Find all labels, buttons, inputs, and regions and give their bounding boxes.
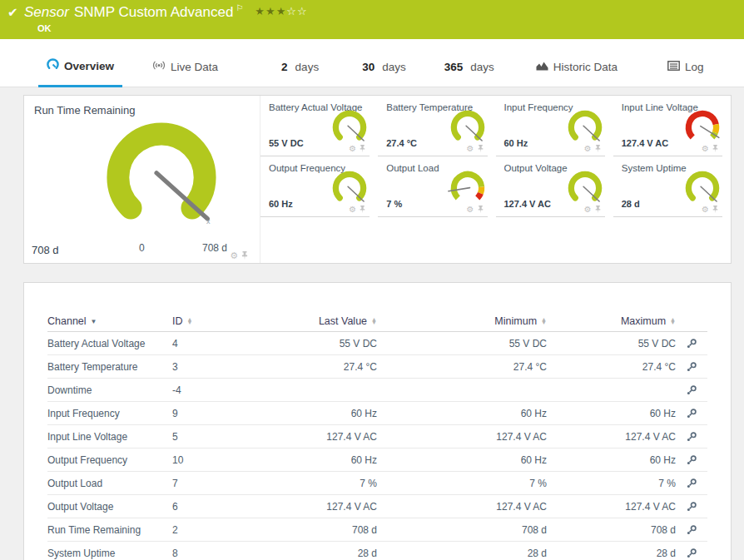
table-header-row: Channel▼ID▲▼Last Value▲▼Minimum▲▼Maximum… — [47, 311, 707, 332]
tab-label: Historic Data — [553, 61, 618, 73]
cell-minimum: 55 V DC — [377, 338, 547, 349]
gauge-pin-icon[interactable] — [712, 144, 719, 153]
cell-last-value: 60 Hz — [252, 454, 377, 466]
tab-2-days[interactable]: 2 days — [273, 61, 327, 87]
cell-minimum: 27.4 °C — [377, 361, 547, 373]
tab-365-days[interactable]: 365 days — [436, 61, 503, 87]
tab-live-data[interactable]: Live Data — [144, 60, 226, 87]
gauge-gear-icon[interactable]: ⚙ — [349, 145, 356, 153]
star-filled-icon[interactable]: ★★★ — [255, 5, 286, 17]
channel-gauge — [563, 105, 607, 148]
gauge-gear-icon[interactable]: ⚙ — [702, 206, 709, 214]
area-chart-icon — [536, 61, 548, 73]
channel-gauge — [328, 166, 371, 209]
cell-last-value: 127.4 V AC — [252, 501, 377, 513]
star-empty-icon[interactable]: ☆☆ — [286, 5, 307, 17]
gauge-gear-icon[interactable]: ⚙ — [467, 145, 474, 153]
main-gauge-cell: Run Time Remaining x 708 d 0 708 d ⚙ — [24, 96, 260, 263]
cell-id: 6 — [172, 501, 252, 513]
gauge-gear-icon[interactable]: ⚙ — [349, 206, 356, 214]
cell-id: -4 — [172, 384, 252, 396]
gauge-pin-icon[interactable] — [477, 205, 484, 214]
gauge-gear-icon[interactable]: ⚙ — [584, 206, 592, 214]
table-row: Input Line Voltage 5 127.4 V AC 127.4 V … — [47, 425, 707, 448]
edit-channel-wrench-icon[interactable] — [686, 548, 697, 559]
gauge-pin-icon[interactable] — [241, 250, 249, 260]
channel-gauge — [681, 105, 724, 148]
gauge-cell: Battery Actual Voltage 55 V DC ⚙ — [260, 96, 378, 156]
edit-channel-wrench-icon[interactable] — [686, 478, 697, 489]
tab-30-days[interactable]: 30 days — [354, 61, 414, 87]
priority-stars[interactable]: ★★★☆☆ — [255, 5, 307, 17]
table-row: Battery Temperature 3 27.4 °C 27.4 °C 27… — [47, 355, 707, 379]
gauge-gear-icon[interactable]: ⚙ — [230, 251, 238, 260]
edit-channel-wrench-icon[interactable] — [686, 384, 697, 396]
edit-channel-wrench-icon[interactable] — [686, 501, 697, 513]
sort-desc-icon[interactable]: ▼ — [91, 318, 97, 325]
gauge-title: System Uptime — [622, 163, 687, 173]
edit-channel-wrench-icon[interactable] — [686, 338, 697, 349]
object-kind-label: Sensor — [24, 4, 69, 20]
gauge-pin-icon[interactable] — [594, 205, 602, 214]
column-header-channel[interactable]: Channel▼ — [47, 315, 172, 327]
column-header-minimum[interactable]: Minimum▲▼ — [377, 315, 547, 327]
column-header-maximum[interactable]: Maximum▲▼ — [547, 315, 676, 327]
edit-channel-wrench-icon[interactable] — [686, 454, 697, 466]
gauge-value: 60 Hz — [269, 199, 293, 209]
tab-label: days — [470, 61, 494, 73]
cell-last-value: 55 V DC — [252, 338, 377, 349]
cell-maximum: 27.4 °C — [547, 361, 676, 373]
tab-log[interactable]: Log — [659, 61, 712, 87]
table-row: Downtime -4 — [47, 379, 707, 402]
gauge-value: 127.4 V AC — [504, 199, 551, 209]
gauge-scale-min: 0 — [139, 242, 145, 254]
sort-toggle-icon[interactable]: ▲▼ — [541, 318, 547, 325]
gauge-pin-icon[interactable] — [712, 205, 719, 214]
cell-minimum: 708 d — [377, 524, 547, 536]
cell-id: 5 — [172, 431, 252, 443]
gauge-gear-icon[interactable]: ⚙ — [467, 206, 474, 214]
gauge-pin-icon[interactable] — [594, 144, 602, 153]
gauge-pin-icon[interactable] — [359, 205, 366, 214]
column-header-last-value[interactable]: Last Value▲▼ — [252, 315, 377, 327]
edit-channel-wrench-icon[interactable] — [686, 431, 697, 443]
cell-channel: Run Time Remaining — [47, 524, 172, 536]
channel-gauge — [328, 105, 371, 148]
table-row: Output Load 7 7 % 7 % 7 % — [47, 472, 707, 495]
cell-maximum: 28 d — [547, 548, 676, 559]
edit-channel-wrench-icon[interactable] — [686, 524, 697, 536]
cell-channel: Input Frequency — [47, 408, 172, 419]
tab-bar: Overview Live Data 2 days 30 days 365 da… — [0, 39, 744, 87]
gauge-gear-icon[interactable]: ⚙ — [584, 145, 592, 153]
channel-gauge — [681, 166, 724, 209]
channel-gauge — [446, 166, 489, 209]
gauge-scale-max: 708 d — [202, 242, 227, 254]
cell-last-value: 28 d — [252, 548, 377, 559]
gauge-gear-icon[interactable]: ⚙ — [702, 145, 709, 153]
table-row: Battery Actual Voltage 4 55 V DC 55 V DC… — [47, 332, 707, 355]
gauge-pin-icon[interactable] — [359, 144, 366, 153]
gauge-cell: Battery Temperature 27.4 °C ⚙ — [378, 96, 495, 156]
cell-last-value: 708 d — [252, 524, 377, 536]
gauge-value: 60 Hz — [504, 138, 528, 148]
sort-toggle-icon[interactable]: ▲▼ — [670, 318, 676, 325]
tab-overview[interactable]: Overview — [38, 58, 122, 87]
cell-minimum: 127.4 V AC — [377, 501, 547, 513]
edit-channel-wrench-icon[interactable] — [686, 361, 697, 373]
table-row: Run Time Remaining 2 708 d 708 d 708 d — [47, 518, 707, 542]
column-header-id[interactable]: ID▲▼ — [172, 315, 252, 327]
gauge-cell: System Uptime 28 d ⚙ — [613, 156, 731, 217]
tab-number: 30 — [362, 61, 374, 73]
edit-channel-wrench-icon[interactable] — [686, 408, 697, 419]
sort-toggle-icon[interactable]: ▲▼ — [371, 318, 377, 325]
gauge-pin-icon[interactable] — [477, 144, 484, 153]
cell-minimum: 28 d — [377, 548, 547, 559]
cell-maximum: 708 d — [547, 524, 676, 536]
table-row: System Uptime 8 28 d 28 d 28 d — [47, 542, 707, 560]
flag-icon[interactable]: ⚐ — [236, 3, 243, 12]
sort-toggle-icon[interactable]: ▲▼ — [187, 318, 193, 325]
cell-id: 2 — [172, 524, 252, 536]
cell-channel: Battery Actual Voltage — [47, 338, 172, 349]
gauge-title: Output Load — [386, 163, 439, 173]
tab-historic-data[interactable]: Historic Data — [528, 61, 626, 87]
